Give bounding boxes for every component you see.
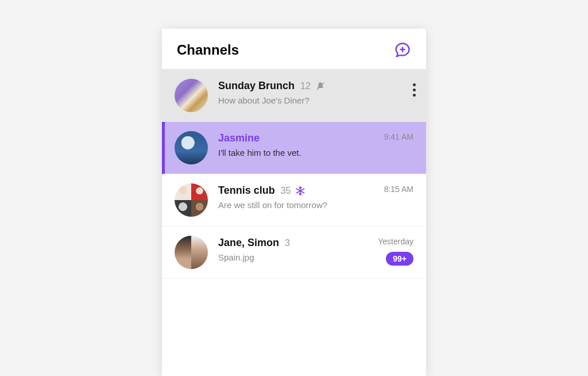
channel-title-line: Jasmine: [218, 132, 363, 144]
timestamp: Yesterday: [378, 237, 413, 246]
channel-row[interactable]: Tennis club 35 Are we still on for tomor…: [162, 174, 426, 227]
channel-row[interactable]: Jasmine I'll take him to the vet. 9:41 A…: [162, 122, 426, 174]
channel-title-line: Tennis club 35: [218, 185, 363, 197]
row-meta: 9:41 AM: [373, 131, 413, 141]
message-preview: I'll take him to the vet.: [218, 148, 363, 158]
channel-name: Jasmine: [218, 132, 260, 144]
panel-header: Channels: [162, 29, 426, 70]
new-message-button[interactable]: [394, 41, 411, 59]
channel-row[interactable]: Sunday Brunch 12 How about Joe's Diner?: [162, 70, 426, 122]
channel-name: Jane, Simon: [218, 237, 279, 249]
unread-badge: 99+: [386, 252, 413, 266]
avatar: [175, 236, 208, 269]
avatar: [175, 183, 208, 217]
channel-row[interactable]: Jane, Simon 3 Spain.jpg Yesterday 99+: [162, 227, 426, 279]
row-meta: [378, 79, 418, 100]
row-meta: Yesterday 99+: [373, 236, 413, 266]
page-title: Channels: [177, 42, 239, 58]
channel-content: Jane, Simon 3 Spain.jpg: [218, 236, 363, 262]
member-count: 3: [285, 238, 290, 248]
avatar: [175, 79, 208, 112]
frozen-icon: [295, 186, 305, 196]
channel-title-line: Jane, Simon 3: [218, 237, 363, 249]
row-meta: 8:15 AM: [373, 183, 413, 194]
channel-content: Sunday Brunch 12 How about Joe's Diner?: [218, 79, 368, 105]
member-count: 35: [281, 186, 291, 196]
muted-icon: [315, 81, 326, 91]
message-preview: How about Joe's Diner?: [218, 95, 368, 105]
channel-list-panel: Channels Sunday Brunch 12 H: [162, 29, 426, 376]
more-options-button[interactable]: [411, 80, 418, 100]
new-message-icon: [394, 42, 411, 58]
avatar: [175, 131, 208, 164]
timestamp: 9:41 AM: [384, 132, 413, 141]
channel-name: Tennis club: [218, 185, 275, 197]
channel-content: Jasmine I'll take him to the vet.: [218, 131, 363, 158]
member-count: 12: [300, 81, 311, 91]
channel-title-line: Sunday Brunch 12: [218, 80, 368, 92]
timestamp: 8:15 AM: [384, 185, 413, 194]
message-preview: Are we still on for tomorrow?: [218, 200, 363, 210]
message-preview: Spain.jpg: [218, 252, 363, 262]
channel-name: Sunday Brunch: [218, 80, 295, 92]
channel-content: Tennis club 35 Are we still on for tomor…: [218, 183, 363, 210]
